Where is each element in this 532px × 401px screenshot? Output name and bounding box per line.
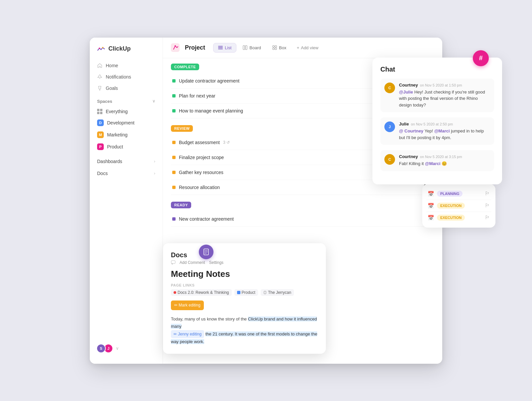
- chat-message-2: J Julie on Nov 5 2020 at 2:50 pm @ Court…: [380, 117, 494, 145]
- svg-rect-4: [218, 46, 223, 47]
- grid-icon: [97, 109, 102, 114]
- page-link-label-1: Docs 2.0: Rework & Thinking: [178, 290, 229, 295]
- task-count: 3 ↺: [223, 140, 230, 145]
- mark-editing-button[interactable]: ✏ Mark editing: [171, 301, 204, 310]
- docs-fab-button[interactable]: [199, 245, 213, 259]
- svg-rect-5: [218, 47, 223, 48]
- chat-time-1: on Nov 5 2020 at 1:50 pm: [420, 83, 462, 87]
- tab-board[interactable]: Board: [238, 43, 266, 53]
- sidebar-item-docs[interactable]: Docs ›: [93, 168, 159, 179]
- section-header-ready: READY: [171, 202, 434, 208]
- docs-popup: Docs Add Comment Settings Meeting Notes …: [163, 243, 326, 353]
- sidebar-item-goals[interactable]: Goals: [93, 83, 159, 94]
- sidebar-item-marketing[interactable]: M Marketing: [93, 129, 159, 140]
- comment-icon: [171, 260, 176, 265]
- logo[interactable]: ClickUp: [90, 44, 163, 60]
- flag-icon-1: 🏳: [485, 191, 490, 197]
- board-tab-icon: [243, 45, 247, 50]
- view-tabs: List Board Box: [213, 43, 323, 53]
- task-name: Budget assessment: [179, 140, 220, 145]
- task-name: How to manage event planning: [179, 108, 243, 113]
- sidebar-item-home[interactable]: Home: [93, 60, 159, 71]
- add-comment-button[interactable]: Add Comment: [180, 260, 205, 265]
- chat-sender-1: Courtney: [399, 83, 418, 88]
- page-link-product[interactable]: Product: [234, 289, 258, 296]
- chat-body-3: Courtney on Nov 5 2020 at 3:15 pm Fab! K…: [399, 154, 462, 167]
- space-badge-marketing: M: [97, 131, 104, 138]
- docs-actions: Add Comment Settings: [171, 260, 318, 265]
- task-name: Finalize project scope: [179, 155, 224, 160]
- docs-label: Docs: [97, 171, 108, 176]
- mention-courtney: @ Courtney: [399, 128, 423, 133]
- svg-rect-7: [243, 46, 245, 50]
- chat-header-1: Courtney on Nov 5 2020 at 1:50 pm: [399, 83, 490, 88]
- chat-body-1: Courtney on Nov 5 2020 at 1:50 pm @Julie…: [399, 83, 490, 108]
- chat-avatar-2: J: [384, 121, 395, 132]
- box-tab-icon: [272, 45, 277, 50]
- sidebar-item-notifications[interactable]: Notifications: [93, 72, 159, 82]
- trophy-icon: [97, 86, 102, 91]
- chat-avatar-1: C: [384, 83, 395, 93]
- spaces-label: Spaces: [97, 99, 112, 104]
- task-status-dot: [172, 217, 176, 221]
- clickup-logo-icon: [96, 44, 106, 54]
- page-link-icon-3: [263, 291, 267, 294]
- space-development-label: Development: [107, 120, 135, 125]
- section-badge-complete: COMPLETE: [171, 64, 199, 70]
- sidebar-item-everything[interactable]: Everything: [93, 106, 159, 116]
- sidebar-item-product[interactable]: P Product: [93, 141, 159, 152]
- sidebar-goals-label: Goals: [106, 86, 118, 91]
- mention-marci-2: @Marci: [425, 161, 441, 166]
- mention-marci: @Marci: [434, 128, 450, 133]
- task-left: Finalize project scope: [172, 155, 224, 160]
- space-product-label: Product: [107, 144, 123, 149]
- task-left: Budget assessment 3 ↺: [172, 140, 230, 145]
- chat-header-3: Courtney on Nov 5 2020 at 3:15 pm: [399, 154, 462, 159]
- mention-julie: @Julie: [399, 90, 413, 95]
- svg-point-1: [102, 47, 103, 48]
- spaces-chevron-icon[interactable]: ∨: [152, 99, 155, 103]
- page-link-jerrycan[interactable]: The Jerrycan: [261, 289, 294, 296]
- task-left: Plan for next year: [172, 93, 215, 99]
- svg-rect-11: [273, 48, 274, 50]
- svg-rect-16: [264, 291, 266, 294]
- task-left: Gather key resources: [172, 170, 223, 175]
- task-name: Resource allocation: [179, 185, 220, 190]
- page-link-docs[interactable]: Docs 2.0: Rework & Thinking: [171, 289, 232, 296]
- page-link-dot-1: [174, 291, 176, 294]
- bell-icon: [97, 74, 102, 80]
- chat-body-2: Julie on Nov 5 2020 at 2:50 pm @ Courtne…: [399, 121, 490, 141]
- section-badge-ready: READY: [171, 202, 191, 208]
- page-link-label-3: The Jerrycan: [268, 290, 291, 295]
- chat-hashtag-icon: #: [473, 50, 489, 66]
- svg-point-3: [175, 45, 176, 47]
- doc-heading: Meeting Notes: [171, 269, 318, 279]
- tab-box-label: Box: [279, 45, 286, 50]
- tab-list[interactable]: List: [213, 43, 236, 53]
- sidebar-sections: Dashboards › Docs ›: [90, 156, 163, 180]
- task-name: New contractor agreement: [179, 216, 234, 222]
- project-title: Project: [185, 44, 205, 51]
- sidebar: ClickUp Home Notifications: [90, 38, 163, 364]
- calendar-icon-1: 📅: [428, 191, 434, 197]
- tab-box[interactable]: Box: [267, 43, 291, 53]
- add-view-button[interactable]: + Add view: [293, 43, 322, 52]
- sidebar-home-label: Home: [106, 63, 118, 68]
- task-status-dot: [172, 156, 176, 159]
- svg-rect-9: [273, 46, 274, 47]
- section-badge-review: REVIEW: [171, 125, 193, 132]
- chat-time-3: on Nov 5 2020 at 3:15 pm: [420, 155, 462, 159]
- chat-header-2: Julie on Nov 5 2020 at 2:50 pm: [399, 121, 490, 126]
- task-status-dot: [172, 94, 176, 98]
- settings-button[interactable]: Settings: [209, 260, 223, 265]
- space-everything-label: Everything: [106, 109, 128, 114]
- table-row[interactable]: New contractor agreement N: [171, 212, 434, 227]
- sidebar-item-development[interactable]: D Development: [93, 117, 159, 128]
- spaces-header: Spaces ∨: [90, 94, 163, 106]
- svg-rect-10: [275, 46, 277, 47]
- sidebar-footer: S J ∨: [90, 340, 163, 357]
- task-status-dot: [172, 141, 176, 144]
- document-icon: [202, 248, 210, 256]
- sidebar-item-dashboards[interactable]: Dashboards ›: [93, 156, 159, 167]
- hashtag-symbol: #: [479, 54, 482, 62]
